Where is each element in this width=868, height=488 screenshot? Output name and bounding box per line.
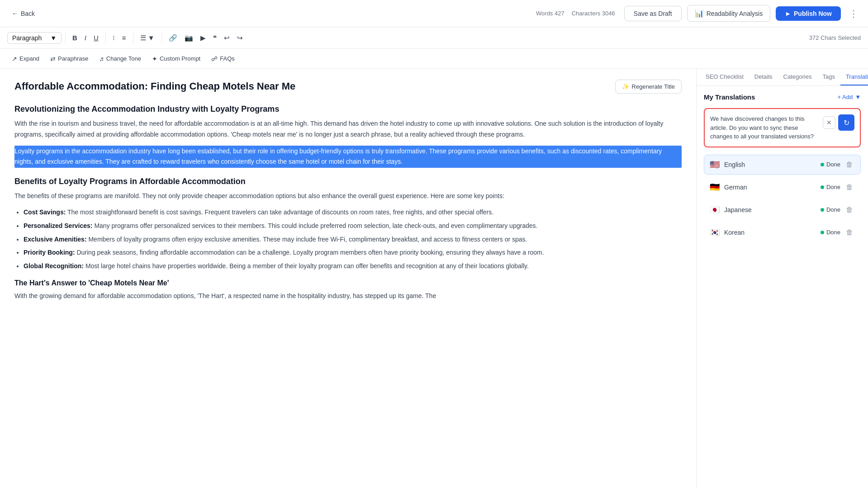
redo-button[interactable]: ↪ [234,32,246,44]
section-2-heading: Benefits of Loyalty Programs in Affordab… [14,177,682,186]
add-translation-button[interactable]: + Add ▼ [838,94,861,100]
paragraph-style-label: Paragraph [12,34,42,42]
bold-button[interactable]: B [69,32,81,44]
paragraph-3[interactable]: The benefits of these programs are manif… [14,191,682,202]
lang-delete-korean[interactable]: 🗑 [844,227,855,237]
unordered-list-button[interactable]: ⁝ [109,32,118,44]
link-button[interactable]: 🔗 [166,32,180,44]
more-options-button[interactable]: ⋮ [846,5,861,22]
flag-icon-korean: 🇰🇷 [710,227,720,237]
ai-toolbar: ↗ Expand ⇄ Paraphrase ♬ Change Tone ✦ Cu… [0,49,868,69]
list-item: Personalized Services: Many programs off… [24,221,682,232]
top-bar: ← Back Words 427 Characters 3046 Save as… [0,0,868,27]
prompt-icon: ✦ [152,55,157,62]
custom-prompt-button[interactable]: ✦ Custom Prompt [147,53,205,65]
add-chevron-icon: ▼ [855,94,861,100]
translations-title: My Translations [704,93,755,101]
quote-button[interactable]: ❝ [210,32,220,44]
chevron-down-icon: ▼ [50,34,57,42]
regenerate-title-button[interactable]: ✨ Regenerate Title [615,80,682,94]
expand-icon: ↗ [12,55,17,62]
regenerate-icon: ✨ [622,83,629,90]
change-tone-label: Change Tone [106,55,141,62]
tab-tags[interactable]: Tags [817,69,840,85]
flag-icon-english: 🇺🇸 [710,160,720,170]
change-tone-button[interactable]: ♬ Change Tone [95,53,146,65]
list-item: Cost Savings: The most straightforward b… [24,207,682,218]
add-translation-group: + Add ▼ [838,94,861,100]
add-label: + Add [838,94,853,100]
underline-button[interactable]: U [90,32,102,44]
tab-seo[interactable]: SEO Checklist [700,69,749,85]
readability-button[interactable]: 📊 Readability Analysis [687,5,771,22]
align-button[interactable]: ☰ ▼ [137,32,158,44]
undo-button[interactable]: ↩ [221,32,233,44]
right-panel: SEO ChecklistDetailsCategoriesTagsTransl… [696,69,868,488]
divider-4 [161,33,162,43]
publish-label: Publish Now [794,10,832,17]
status-dot-japanese [821,208,824,212]
status-dot-german [821,185,824,189]
alert-sync-button[interactable]: ↻ [838,114,854,131]
paragraph-4[interactable]: With the growing demand for affordable a… [14,291,682,302]
flag-icon-japanese: 🇯🇵 [710,205,720,215]
regenerate-label: Regenerate Title [632,83,675,90]
divider-2 [105,33,106,43]
lang-status-german: Done [821,184,840,190]
tab-details[interactable]: Details [749,69,778,85]
paraphrase-icon: ⇄ [50,55,56,62]
lang-name-german: German [724,184,821,191]
tab-categories[interactable]: Categories [778,69,817,85]
image-button[interactable]: 📷 [181,32,196,44]
benefits-list: Cost Savings: The most straightforward b… [24,207,682,272]
word-char-count: Words 427 Characters 3046 [536,10,615,17]
paraphrase-button[interactable]: ⇄ Paraphrase [46,53,93,65]
faqs-icon: ☍ [211,55,218,62]
paragraph-style-select[interactable]: Paragraph ▼ [7,32,62,44]
faqs-button[interactable]: ☍ FAQs [207,53,239,65]
expand-label: Expand [19,55,39,62]
paragraph-2-highlighted[interactable]: Loyalty programs in the accommodation in… [14,146,682,168]
save-draft-button[interactable]: Save as Draft [624,6,682,21]
lang-delete-english[interactable]: 🗑 [844,160,855,170]
expand-button[interactable]: ↗ Expand [7,53,44,65]
lang-row-german[interactable]: 🇩🇪 German Done 🗑 [704,177,861,197]
ordered-list-button[interactable]: ≡ [119,32,129,44]
back-arrow-icon: ← [12,10,18,17]
readability-label: Readability Analysis [707,10,763,17]
section-1-heading: Revolutionizing the Accommodation Indust… [14,104,682,114]
tab-translations[interactable]: Translations [840,69,868,85]
list-item: Exclusive Amenities: Members of loyalty … [24,234,682,245]
lang-delete-german[interactable]: 🗑 [844,182,855,192]
lang-delete-japanese[interactable]: 🗑 [844,205,855,215]
panel-content: My Translations + Add ▼ We have discover… [697,86,868,488]
readability-icon: 📊 [695,9,704,18]
lang-row-japanese[interactable]: 🇯🇵 Japanese Done 🗑 [704,200,861,220]
alert-actions: ✕ ↻ [823,114,854,131]
words-count: Words 427 [536,10,564,17]
lang-row-korean[interactable]: 🇰🇷 Korean Done 🗑 [704,223,861,242]
list-item: Global Recognition: Most large hotel cha… [24,261,682,272]
lang-row-english[interactable]: 🇺🇸 English Done 🗑 [704,155,861,175]
article-title[interactable]: Affordable Accommodation: Finding Cheap … [14,80,608,94]
tone-icon: ♬ [99,55,104,62]
editor-area[interactable]: Affordable Accommodation: Finding Cheap … [0,69,696,488]
faqs-label: FAQs [220,55,235,62]
status-dot-korean [821,231,824,234]
formatting-toolbar: Paragraph ▼ B I U ⁝ ≡ ☰ ▼ 🔗 📷 ▶ ❝ ↩ ↪ 37… [0,27,868,49]
section-3-heading: The Hart's Answer to 'Cheap Motels Near … [14,279,682,287]
article-title-row: Affordable Accommodation: Finding Cheap … [14,80,682,94]
lang-status-english: Done [821,161,840,168]
back-button[interactable]: ← Back [7,7,39,20]
alert-close-button[interactable]: ✕ [823,116,835,129]
lang-name-japanese: Japanese [724,206,821,213]
back-label: Back [21,10,35,17]
paraphrase-label: Paraphrase [58,55,88,62]
italic-button[interactable]: I [81,32,90,44]
chars-selected-count: 372 Chars Selected [809,34,861,41]
publish-button[interactable]: ► Publish Now [776,6,841,21]
lang-status-japanese: Done [821,206,840,213]
media-button[interactable]: ▶ [197,32,209,44]
paragraph-1[interactable]: With the rise in tourism and business tr… [14,118,682,140]
sync-alert-box: We have discovered changes to this artic… [704,108,861,147]
